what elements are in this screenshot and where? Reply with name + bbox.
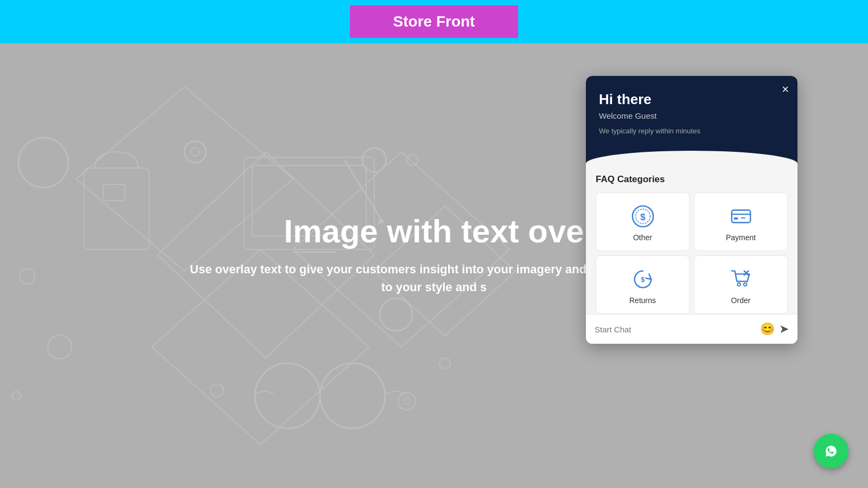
svg-point-25 bbox=[398, 393, 416, 410]
faq-payment-label: Payment bbox=[726, 233, 756, 242]
svg-point-37 bbox=[743, 283, 746, 286]
send-button[interactable]: ➤ bbox=[779, 322, 789, 336]
chat-close-button[interactable]: × bbox=[782, 84, 789, 95]
svg-point-21 bbox=[320, 363, 385, 428]
wave-divider bbox=[586, 152, 797, 163]
svg-point-24 bbox=[210, 384, 224, 397]
svg-point-0 bbox=[18, 138, 68, 188]
svg-point-26 bbox=[404, 398, 410, 404]
svg-point-27 bbox=[439, 358, 450, 369]
chat-greeting: Hi there bbox=[599, 91, 784, 108]
top-bar: Store Front bbox=[0, 0, 868, 43]
faq-other-label: Other bbox=[633, 233, 652, 242]
chat-widget: × Hi there Welcome Guest We typically re… bbox=[586, 76, 797, 344]
svg-point-5 bbox=[20, 269, 35, 284]
svg-point-36 bbox=[737, 283, 741, 286]
svg-rect-33 bbox=[733, 217, 738, 220]
faq-categories-title: FAQ Categories bbox=[596, 174, 788, 185]
chat-body: FAQ Categories $ Other bbox=[586, 163, 797, 314]
svg-rect-31 bbox=[731, 210, 750, 223]
svg-point-20 bbox=[255, 363, 320, 428]
faq-card-returns[interactable]: $ Returns bbox=[596, 255, 690, 314]
whatsapp-icon bbox=[821, 441, 841, 461]
svg-point-7 bbox=[380, 298, 412, 331]
svg-rect-13 bbox=[84, 168, 149, 249]
faq-card-other[interactable]: $ Other bbox=[596, 192, 690, 251]
faq-grid: $ Other Payment bbox=[596, 192, 788, 314]
svg-point-23 bbox=[12, 391, 21, 400]
svg-text:$: $ bbox=[641, 276, 644, 284]
emoji-button[interactable]: 😊 bbox=[760, 322, 775, 336]
svg-point-6 bbox=[48, 335, 72, 359]
credit-card-icon bbox=[729, 204, 754, 229]
faq-returns-label: Returns bbox=[629, 296, 656, 305]
faq-order-label: Order bbox=[731, 296, 751, 305]
svg-text:$: $ bbox=[640, 211, 646, 222]
chat-reply-time: We typically reply within minutes bbox=[599, 127, 784, 135]
chat-header: × Hi there Welcome Guest We typically re… bbox=[586, 76, 797, 152]
chat-input-area: 😊 ➤ bbox=[586, 314, 797, 344]
faq-card-payment[interactable]: Payment bbox=[694, 192, 788, 251]
dollar-refresh-icon: $ bbox=[630, 267, 655, 292]
svg-point-2 bbox=[191, 147, 200, 156]
faq-card-order[interactable]: Order bbox=[694, 255, 788, 314]
main-area: Image with text ove Use overlay text to … bbox=[0, 43, 868, 488]
svg-point-1 bbox=[184, 141, 206, 163]
chat-welcome: Welcome Guest bbox=[599, 111, 784, 120]
svg-point-4 bbox=[407, 155, 418, 165]
svg-rect-14 bbox=[103, 184, 125, 201]
chat-input[interactable] bbox=[595, 325, 760, 334]
whatsapp-button[interactable] bbox=[814, 434, 848, 468]
store-front-button[interactable]: Store Front bbox=[350, 5, 519, 38]
shopping-cart-x-icon bbox=[729, 267, 754, 292]
dollar-circle-icon: $ bbox=[630, 204, 655, 229]
